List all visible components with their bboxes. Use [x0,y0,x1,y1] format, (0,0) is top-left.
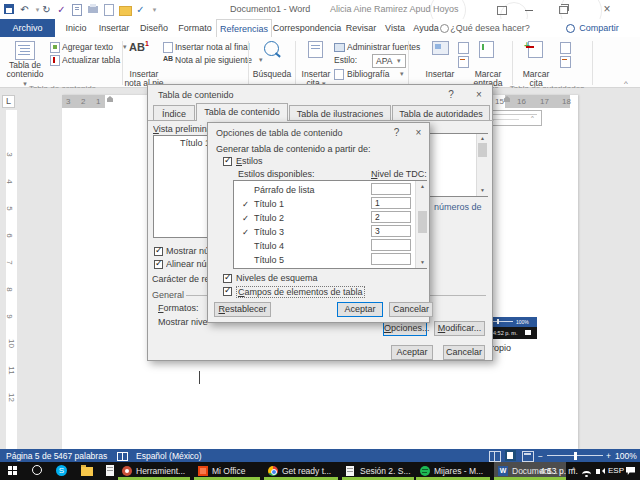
referencia-cruzada-icon[interactable] [458,56,469,68]
insertar-tabla-ilustraciones-button[interactable]: Insertar [423,40,457,84]
proofing-icon[interactable] [117,452,128,461]
tab-referencias[interactable]: Referencias [216,19,272,37]
style-name[interactable]: Título 4 [254,241,284,251]
tab-ayuda[interactable]: Ayuda [410,19,442,37]
file-explorer-icon[interactable] [81,467,93,476]
taskbar-app-label[interactable]: Document... [512,466,558,476]
app-icon-herramientas[interactable] [122,466,132,476]
styles-listbox[interactable]: ✓ ✓ ✓ Párrafo de lista Título 1 Título 2… [233,180,427,269]
language-indicator[interactable]: Español (México) [136,451,202,461]
options-close-button[interactable]: × [412,127,425,138]
read-mode-icon[interactable] [489,451,501,462]
styles-list-scrollbar[interactable]: ▲ ▼ [415,181,428,268]
taskbar-app-label[interactable]: Get ready t... [282,466,331,476]
spelling-icon[interactable]: ✓ [55,3,68,16]
ribbon-display-options-icon[interactable] [490,2,512,17]
page-indicator[interactable]: Página 5 de 5 [6,451,58,461]
save-icon[interactable] [4,4,14,14]
embedded-image-fragment[interactable]: ^ [486,110,542,126]
tdc-level-input[interactable]: 1 [371,197,411,209]
options-cancelar-button[interactable]: Cancelar [389,302,433,317]
tab-stop-selector[interactable]: L [2,95,15,108]
dialog-tab-toc[interactable]: Tabla de contenido [196,103,288,121]
ruler-right-margin[interactable]: 16 17 18 [505,95,570,108]
notes-app-icon[interactable] [106,465,114,476]
hidden-icons-chevron[interactable]: ^ [572,466,575,473]
app-icon-office[interactable] [198,466,208,476]
style-name[interactable]: Párrafo de lista [254,185,315,195]
actualizar-tabla-ilustraciones-icon[interactable] [458,42,469,54]
web-layout-icon[interactable] [522,451,534,462]
tab-revisar[interactable]: Revisar [342,19,380,37]
dialog-tab-autoridades[interactable]: Tabla de autoridades [392,105,490,121]
tab-archivo[interactable]: Archivo [0,19,55,37]
cortana-icon[interactable] [32,465,42,475]
collapse-ribbon-icon[interactable]: ^ [624,79,628,88]
zoom-out-button[interactable]: − [538,451,543,461]
options-aceptar-button[interactable]: Aceptar [337,302,383,317]
taskbar-app-label[interactable]: Mijares - M... [434,466,483,476]
undo-icon[interactable]: ↶ [18,3,31,16]
campos-elementos-checkbox[interactable]: ✓ [223,287,232,296]
options-help-button[interactable]: ? [390,127,403,138]
style-name[interactable]: Título 5 [254,255,284,265]
tab-diseno[interactable]: Diseño [134,19,174,37]
share-button[interactable]: Compartir [576,19,622,37]
tdc-level-input[interactable]: 3 [371,225,411,237]
vertical-ruler[interactable]: 3 4 5 6 7 8 9 10 11 12 [6,110,17,449]
tdc-level-input[interactable]: 2 [371,211,411,223]
dialog-close-button[interactable]: × [472,89,486,100]
zoom-in-button[interactable]: + [606,451,611,461]
modificar-button[interactable]: Modificar... [434,321,485,336]
insertar-nota-pie-button[interactable]: AB1 Insertar nota al pie [126,40,160,84]
tab-formato[interactable]: Formato [174,19,216,37]
niveles-esquema-checkbox[interactable]: ✓ [223,274,232,283]
app-icon-spotify[interactable] [420,466,430,476]
opciones-button[interactable]: Opciones... [383,321,427,336]
taskbar-app-label[interactable]: Mi Office [212,466,245,476]
task bar-app-label[interactable]: Sesión 2. S... [360,466,411,476]
estilos-checkbox[interactable]: ✓ [223,157,232,166]
taskbar-app-label[interactable]: Herramient... [136,466,185,476]
app-icon-word[interactable]: W [498,466,508,476]
restore-button[interactable] [552,2,574,17]
style-name[interactable]: Título 3 [254,227,284,237]
start-button[interactable] [8,466,18,476]
marcar-entrada-button[interactable]: Marcar entrada [472,40,504,84]
actualizar-tabla-autoridades-icon[interactable] [560,56,571,68]
print-layout-icon[interactable] [505,450,516,461]
wifi-icon[interactable] [582,471,591,478]
style-name[interactable]: Título 1 [254,199,284,209]
tdc-level-input[interactable] [371,183,411,195]
dialog-tab-indice[interactable]: Índice [153,105,195,121]
tab-inicio[interactable]: Inicio [58,19,94,37]
marcar-cita-button[interactable]: + Marcar cita [518,40,554,84]
speaker-icon[interactable] [596,469,600,474]
skype-icon[interactable]: S [56,465,67,476]
print-preview-icon[interactable] [72,4,82,16]
grammar-icon[interactable]: ✓ [134,3,147,16]
alinear-numeros-checkbox[interactable]: ✓ [154,260,163,269]
restablecer-button[interactable]: Restablecer [214,302,271,317]
new-document-icon[interactable] [104,4,114,16]
tdc-level-input[interactable] [371,239,411,251]
insertar-cita-button[interactable]: Insertar cita ▾ [299,40,333,84]
tdc-level-input[interactable] [371,253,411,265]
toc-cancelar-button[interactable]: Cancelar [443,345,485,360]
keyboard-language[interactable]: ESP [608,466,624,475]
minimize-button[interactable] [518,2,540,17]
print-icon[interactable] [88,6,98,13]
app-icon-document[interactable] [346,466,354,476]
dialog-tab-ilustraciones[interactable]: Tabla de ilustraciones [289,105,391,121]
embedded-screenshot[interactable]: 100% 4:52 p. m. [487,317,537,339]
style-name[interactable]: Título 2 [254,213,284,223]
tab-vista[interactable]: Vista [380,19,410,37]
open-folder-icon[interactable] [119,6,132,16]
tab-correspondencia[interactable]: Correspondencia [272,19,342,37]
insertar-tabla-autoridades-icon[interactable] [560,42,571,54]
tell-me-box[interactable]: ¿Qué desea hacer? [450,19,530,37]
zoom-level[interactable]: 100% [615,451,637,461]
busqueda-button[interactable]: Búsqueda [253,40,291,84]
app-icon-chrome[interactable] [268,466,278,476]
redo-icon[interactable]: ↻ [40,3,53,16]
